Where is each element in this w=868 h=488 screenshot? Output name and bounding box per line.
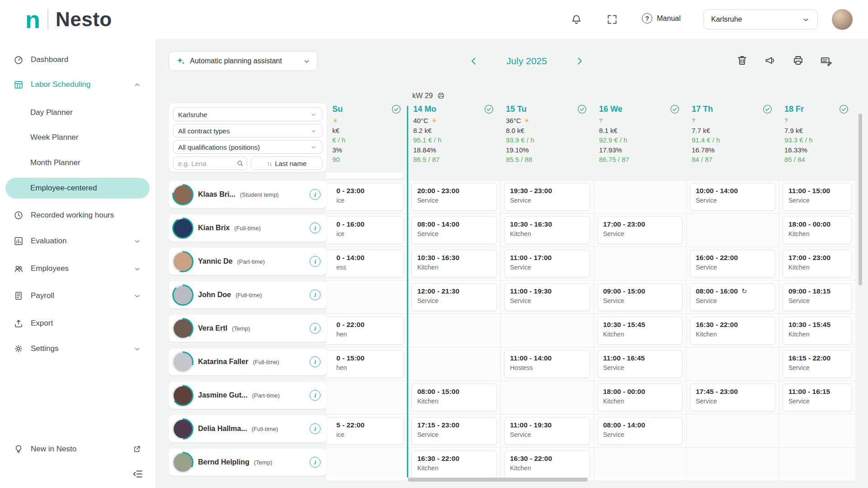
shift-card[interactable]: 10:30 - 15:45 Kitchen xyxy=(597,317,683,345)
shift-card[interactable]: 11:00 - 16:45 Service xyxy=(597,350,683,378)
previous-month-icon[interactable] xyxy=(468,55,480,67)
shift-card[interactable]: 10:00 - 14:00 Service xyxy=(690,183,775,211)
next-month-icon[interactable] xyxy=(574,55,585,67)
info-icon[interactable]: i xyxy=(310,289,321,300)
shift-card[interactable]: 11:00 - 15:00 Service xyxy=(783,183,852,211)
shift-card-partial[interactable]: 0 - 15:00 hen xyxy=(318,350,404,378)
sort-by-last-name-button[interactable]: ↑↓ Last name xyxy=(251,156,322,170)
contract-types-select[interactable]: All contract types xyxy=(173,124,322,137)
employee-card[interactable]: Jasmine Gut... (Part-time) i xyxy=(169,382,327,409)
keyboard-shortcuts-icon[interactable] xyxy=(820,54,832,66)
shift-card[interactable]: 09:00 - 15:00 Service xyxy=(597,283,683,311)
info-icon[interactable]: i xyxy=(310,323,321,334)
sidebar-item-export[interactable]: Export xyxy=(5,313,150,334)
info-icon[interactable]: i xyxy=(310,256,321,267)
info-icon[interactable]: i xyxy=(310,223,321,233)
vertical-scrollbar[interactable] xyxy=(859,114,862,285)
employee-card[interactable]: Vera Ertl (Temp) i xyxy=(169,315,327,342)
employee-card[interactable]: Delia Hallma... (Full-time) i xyxy=(169,415,327,442)
shift-card-partial[interactable]: 0 - 22:00 hen xyxy=(318,317,404,345)
day-approved-icon[interactable] xyxy=(762,104,773,114)
shift-card[interactable]: 16:30 - 22:00 Kitchen xyxy=(411,450,497,479)
month-label[interactable]: July 2025 xyxy=(506,56,547,66)
shift-card[interactable]: 11:00 - 19:30 Service xyxy=(504,417,590,445)
shift-card[interactable]: 11:00 - 14:00 Hostess xyxy=(504,350,590,378)
day-label[interactable]: 14 Mo xyxy=(413,102,436,116)
day-label[interactable]: Su xyxy=(332,102,343,116)
shift-card[interactable]: 10:30 - 16:30 Kitchen xyxy=(411,250,497,278)
shift-card[interactable]: 08:00 - 14:00 Service xyxy=(411,216,497,244)
qualifications-select[interactable]: All qualifications (positions) xyxy=(173,140,322,154)
shift-card-partial[interactable]: 0 - 23:00 ice xyxy=(318,183,404,211)
day-label[interactable]: 18 Fr xyxy=(784,102,804,116)
sidebar-item-month-planner[interactable]: Month Planner xyxy=(5,152,150,173)
employee-card[interactable]: John Doe (Full-time) i xyxy=(169,281,327,308)
shift-card[interactable]: 17:15 - 23:00 Service xyxy=(411,417,497,445)
shift-card[interactable]: 17:00 - 23:00 Service xyxy=(597,216,683,244)
sidebar-item-employee-centered[interactable]: Employee-centered xyxy=(5,178,150,199)
print-icon[interactable] xyxy=(792,54,804,66)
shift-card[interactable]: 16:30 - 22:00 Kitchen xyxy=(504,450,590,479)
sidebar-item-settings[interactable]: Settings xyxy=(5,338,150,359)
info-icon[interactable]: i xyxy=(310,390,321,401)
day-approved-icon[interactable] xyxy=(391,104,401,114)
location-filter-select[interactable]: Karlsruhe xyxy=(173,108,322,121)
day-label[interactable]: 16 We xyxy=(599,102,623,116)
shift-card[interactable]: 16:15 - 22:00 Service xyxy=(783,350,852,378)
shift-card[interactable]: 17:00 - 23:00 Kitchen xyxy=(783,250,852,278)
shift-card[interactable]: 08:00 - 15:00 Kitchen xyxy=(411,384,497,412)
shift-card[interactable]: 11:00 - 16:15 Service xyxy=(783,384,852,412)
sidebar-item-dashboard[interactable]: Dashboard xyxy=(5,49,150,70)
collapse-sidebar-icon[interactable] xyxy=(132,468,144,480)
shift-card-partial[interactable]: 0 - 14:00 ess xyxy=(318,250,404,278)
shift-card[interactable]: 10:30 - 16:30 Kitchen xyxy=(504,216,590,244)
shift-card-partial[interactable]: 5 - 22:00 ice xyxy=(318,417,404,445)
employee-card[interactable]: Klaas Bri... (Student temp) i xyxy=(169,181,327,208)
shift-card[interactable]: 08:00 - 14:00 Service xyxy=(597,417,683,445)
print-week-icon[interactable] xyxy=(437,91,445,100)
shift-card[interactable]: 17:45 - 23:00 Service xyxy=(690,384,775,412)
planning-assistant-button[interactable]: Automatic planning assistant xyxy=(169,51,318,71)
info-icon[interactable]: i xyxy=(310,457,321,468)
day-label[interactable]: 15 Tu xyxy=(506,102,527,116)
shift-card[interactable]: 10:30 - 15:45 Kitchen xyxy=(783,317,852,345)
shift-card[interactable]: 11:00 - 19:30 Service xyxy=(504,283,590,311)
info-icon[interactable]: i xyxy=(310,423,321,434)
sidebar-item-employees[interactable]: Employees xyxy=(5,258,150,279)
sidebar-item-recorded-working-hours[interactable]: Recorded working hours xyxy=(5,205,150,226)
shift-card[interactable]: 18:00 - 00:00 Kitchen xyxy=(597,384,683,412)
announcement-icon[interactable] xyxy=(764,54,776,66)
shift-card[interactable]: 09:00 - 18:15 Service xyxy=(783,283,852,311)
sidebar-item-payroll[interactable]: Payroll xyxy=(5,285,150,306)
sidebar-item-labor-scheduling[interactable]: Labor Scheduling xyxy=(5,74,150,95)
delete-icon[interactable] xyxy=(736,54,748,66)
horizontal-scrollbar[interactable] xyxy=(408,478,588,482)
shift-card[interactable]: 12:00 - 21:30 Service xyxy=(411,283,497,311)
shift-card[interactable]: 16:30 - 22:00 Kitchen xyxy=(690,317,775,345)
shift-card[interactable]: 11:00 - 17:00 Service xyxy=(504,250,590,278)
day-approved-icon[interactable] xyxy=(839,104,849,114)
day-approved-icon[interactable] xyxy=(670,104,680,114)
location-select[interactable]: Karlsruhe xyxy=(703,9,818,29)
day-approved-icon[interactable] xyxy=(577,104,587,114)
shift-card-partial[interactable]: 0 - 16:00 ice xyxy=(318,216,404,244)
day-label[interactable]: 17 Th xyxy=(692,102,713,116)
shift-card[interactable]: 20:00 - 23:00 Service xyxy=(411,183,497,211)
fullscreen-icon[interactable] xyxy=(606,14,618,25)
employee-card[interactable]: Katarina Faller (Full-time) i xyxy=(169,348,327,375)
info-icon[interactable]: i xyxy=(310,189,321,200)
employee-card[interactable]: Yannic De (Part-time) i xyxy=(169,248,327,275)
employee-card[interactable]: Kian Brix (Full-time) i xyxy=(169,214,327,242)
shift-card[interactable]: 18:00 - 00:00 Kitchen xyxy=(783,216,852,244)
employee-card[interactable]: Bernd Helpling (Temp) i xyxy=(169,449,327,476)
sidebar-item-week-planner[interactable]: Week Planner xyxy=(5,127,150,148)
shift-card[interactable]: 19:30 - 23:00 Service xyxy=(504,183,590,211)
info-icon[interactable]: i xyxy=(310,356,321,367)
sidebar-item-day-planner[interactable]: Day Planner xyxy=(5,102,150,123)
shift-card[interactable]: 08:00 - 16:00↻ Service xyxy=(690,283,775,311)
day-approved-icon[interactable] xyxy=(484,104,494,114)
shift-card[interactable]: 16:00 - 22:00 Service xyxy=(690,250,775,278)
sidebar-item-evaluation[interactable]: Evaluation xyxy=(5,231,150,251)
new-in-nesto-button[interactable]: New in Nesto xyxy=(5,439,150,460)
search-icon[interactable] xyxy=(236,159,244,167)
